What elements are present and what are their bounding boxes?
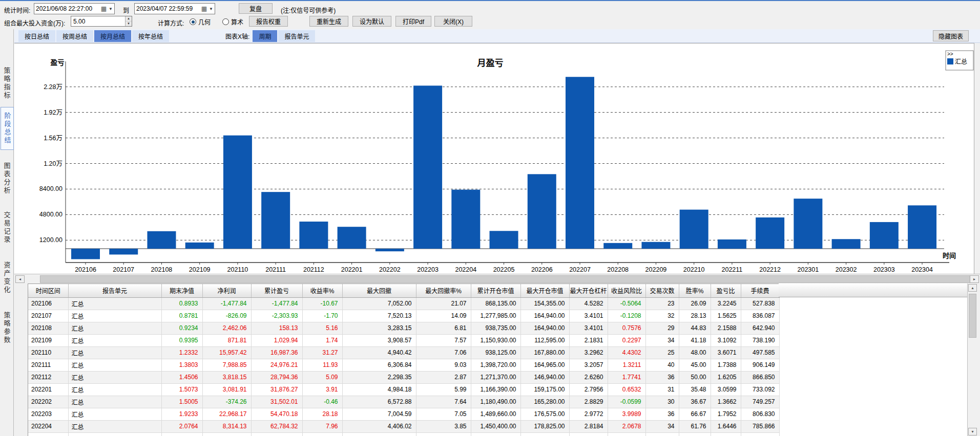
horizontal-scroll-thumb[interactable] xyxy=(40,275,976,283)
chevron-down-icon[interactable]: ▼ xyxy=(209,7,213,11)
scroll-right-icon[interactable]: ▸ xyxy=(970,275,979,283)
column-header-胜率%[interactable]: 胜率% xyxy=(679,284,711,297)
table-row-202108[interactable]: 202108汇总0.92342,462.06158.135.163,283.15… xyxy=(28,322,779,334)
column-header-收益风险比[interactable]: 收益风险比 xyxy=(608,284,645,297)
table-cell: 7,520.13 xyxy=(342,310,416,322)
table-cell: 5.09 xyxy=(302,371,342,383)
close-button[interactable]: 关闭(X) xyxy=(434,16,472,27)
chevron-down-icon[interactable]: ▼ xyxy=(109,7,113,11)
step-down-icon[interactable]: ▼ xyxy=(126,21,132,26)
calendar-icon[interactable]: ▦ xyxy=(201,5,207,12)
max-capital-stepper[interactable]: ▲▼ xyxy=(71,16,132,27)
scroll-left-icon[interactable]: ◂ xyxy=(15,275,25,283)
column-header-最大开仓杠杆[interactable]: 最大开仓杠杆 xyxy=(569,284,608,297)
column-header-期末净值[interactable]: 期末净值 xyxy=(161,284,202,297)
table-cell: -10.67 xyxy=(302,297,342,310)
max-capital-input[interactable] xyxy=(71,18,107,25)
table-cell: 24,976.21 xyxy=(251,359,302,371)
table-row-202111[interactable]: 202111汇总1.38037,988.8524,976.2111.936,30… xyxy=(28,359,779,371)
table-cell: 785.866 xyxy=(741,420,779,432)
radio-geometric[interactable]: 几何 xyxy=(190,17,211,26)
column-header-最大开仓市值[interactable]: 最大开仓市值 xyxy=(520,284,569,297)
xaxis-option-报告单元[interactable]: 报告单元 xyxy=(278,30,315,42)
report-weight-button[interactable]: 报告权重 xyxy=(249,16,288,27)
set-default-button[interactable]: 设为默认 xyxy=(352,16,391,27)
sidebar-item-资产变化[interactable]: 资产变化 xyxy=(0,256,13,299)
column-header-收益率%[interactable]: 收益率% xyxy=(302,284,342,297)
bar-202201 xyxy=(338,227,366,249)
sidebar-item-策略指标[interactable]: 策略指标 xyxy=(0,62,13,105)
radio-geometric-circle[interactable] xyxy=(190,18,196,25)
column-header-报告单元[interactable]: 报告单元 xyxy=(68,284,161,297)
radio-arithmetic-circle[interactable] xyxy=(222,18,229,25)
replay-button[interactable]: 复盘 xyxy=(239,3,273,14)
table-cell: 497.585 xyxy=(741,346,779,359)
scroll-up-icon[interactable]: ▴ xyxy=(968,284,977,292)
table-row-202109[interactable]: 202109汇总0.9395871.811,029.941.743,908.57… xyxy=(28,334,779,346)
table-cell: 28,794.36 xyxy=(251,371,302,383)
tab-按日总结[interactable]: 按日总结 xyxy=(18,30,55,42)
table-row-202202[interactable]: 202202汇总1.5005-374.2631,502.01-0.466,572… xyxy=(28,396,779,408)
hide-chart-button[interactable]: 隐藏图表 xyxy=(933,30,969,41)
table-cell: 2.0764 xyxy=(161,420,202,432)
chart-xaxis-group: 图表X轴: 周期报告单元 xyxy=(225,30,316,42)
table-row-202107[interactable]: 202107汇总0.8781-826.09-2,303.93-1.707,520… xyxy=(28,310,779,322)
print-pdf-button[interactable]: 打印Pdf xyxy=(395,16,431,27)
table-cell: 2.8829 xyxy=(569,396,608,408)
table-cell: 938,125.00 xyxy=(471,346,520,359)
bar-202111 xyxy=(261,192,290,249)
scroll-down-icon[interactable]: ▾ xyxy=(968,428,977,435)
column-header-最大回撤[interactable]: 最大回撤 xyxy=(342,284,416,297)
column-header-时间区间[interactable]: 时间区间 xyxy=(28,284,68,297)
bar-202107 xyxy=(109,249,138,254)
sidebar-item-阶段总结[interactable]: 阶段总结 xyxy=(1,107,14,150)
table-row-202204[interactable]: 202204汇总2.07648,314.1362,784.327.964,406… xyxy=(28,420,779,432)
table-row-202106[interactable]: 202106汇总0.8933-1,477.84-1,477.84-10.677,… xyxy=(28,297,779,310)
stepper-arrows[interactable]: ▲▼ xyxy=(125,16,132,26)
step-up-icon[interactable]: ▲ xyxy=(126,16,132,21)
column-header-最大回撤率%[interactable]: 最大回撤率% xyxy=(416,284,471,297)
sidebar-item-交易记录[interactable]: 交易记录 xyxy=(0,206,13,249)
column-header-净利润[interactable]: 净利润 xyxy=(202,284,251,297)
start-datetime-input[interactable]: 2021/06/08 22:27:00 ▦ ▼ xyxy=(34,3,115,14)
summary-tabstrip: 按日总结按周总结按月总结按年总结 图表X轴: 周期报告单元 隐藏图表 xyxy=(14,29,980,43)
table-row-202110[interactable]: 202110汇总1.233215,957.4216,987.3631.274,9… xyxy=(28,346,779,359)
tab-按月总结[interactable]: 按月总结 xyxy=(94,30,131,42)
column-header-累计开仓市值[interactable]: 累计开仓市值 xyxy=(471,284,520,297)
tab-按年总结[interactable]: 按年总结 xyxy=(132,30,169,42)
x-tick-label: 202206 xyxy=(531,266,553,273)
regenerate-button[interactable]: 重新生成 xyxy=(309,16,348,27)
x-tick-label: 202301 xyxy=(798,266,819,273)
table-cell: 汇总 xyxy=(68,346,161,359)
column-header-交易次数[interactable]: 交易次数 xyxy=(645,284,679,297)
radio-arithmetic[interactable]: 算术 xyxy=(222,17,243,26)
table-cell: 866.850 xyxy=(741,371,779,383)
table-cell: 0.8781 xyxy=(161,310,202,322)
table-cell: 1.3662 xyxy=(711,396,741,408)
column-header-手续费[interactable]: 手续费 xyxy=(741,284,779,297)
table-cell: 0.6532 xyxy=(608,383,645,396)
table-cell xyxy=(741,432,779,436)
sidebar-item-策略参数[interactable]: 策略参数 xyxy=(0,307,13,350)
sidebar-item-图表分析[interactable]: 图表分析 xyxy=(0,157,13,200)
table-row-202203[interactable]: 202203汇总1.923322,968.1754,470.1828.187,0… xyxy=(28,408,779,420)
table-row-202201[interactable]: 202201汇总1.50733,081.9131,876.273.914,984… xyxy=(28,383,779,396)
table-cell: 1.74 xyxy=(302,334,342,346)
table-row-202112[interactable]: 202112汇总1.45063,818.1528,794.365.092,298… xyxy=(28,371,779,383)
table-cell: -374.26 xyxy=(202,396,251,408)
column-header-盈亏比[interactable]: 盈亏比 xyxy=(711,284,741,297)
end-datetime-input[interactable]: 2023/04/07 22:59:59 ▦ ▼ xyxy=(134,3,215,14)
table-vertical-scrollbar[interactable]: ▴ ▾ xyxy=(967,284,977,436)
calendar-icon[interactable]: ▦ xyxy=(101,5,107,12)
table-cell: 2.8184 xyxy=(569,420,608,432)
table-cell xyxy=(645,432,679,436)
tab-按周总结[interactable]: 按周总结 xyxy=(56,30,93,42)
table-cell: 15,957.42 xyxy=(202,346,251,359)
table-cell: 154,355.00 xyxy=(520,297,569,310)
xaxis-option-周期[interactable]: 周期 xyxy=(253,30,277,42)
column-header-累计盈亏[interactable]: 累计盈亏 xyxy=(251,284,302,297)
horizontal-scrollbar[interactable]: ◂ ▸ xyxy=(14,274,980,284)
vertical-scroll-thumb[interactable] xyxy=(969,294,976,338)
legend-expander-icon[interactable]: >> xyxy=(947,51,953,57)
table-cell: 4.4302 xyxy=(608,346,645,359)
